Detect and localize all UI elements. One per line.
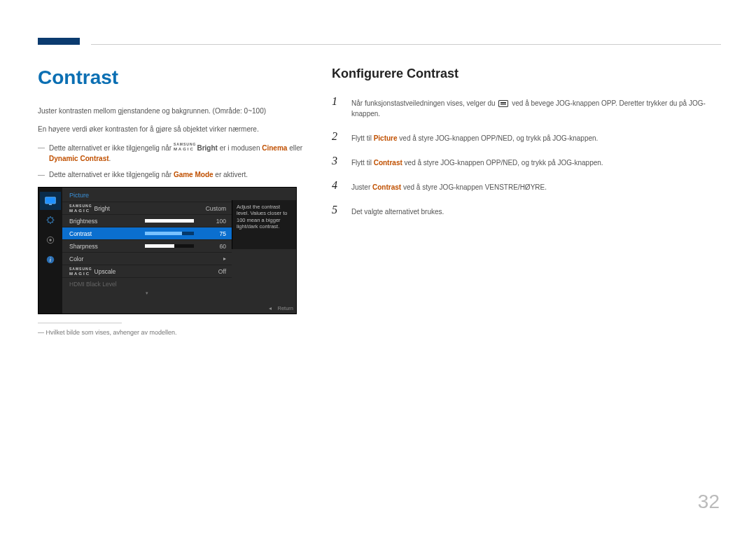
osd-sidebar: i — [38, 188, 62, 314]
svg-rect-0 — [46, 197, 56, 204]
osd-label: Upscale — [94, 268, 116, 275]
note-text: Dette alternativet er ikke tilgjengelig … — [49, 171, 174, 178]
osd-slider — [145, 232, 194, 235]
osd-tooltip: Adjust the contrast level. Values closer… — [232, 200, 296, 249]
osd-footer: ◂ Return — [269, 305, 293, 311]
step-keyword: Contrast — [374, 159, 402, 167]
osd-row-contrast: Contrast 75 — [62, 227, 232, 239]
footnote-text: Hvilket bilde som vises, avhenger av mod… — [46, 329, 177, 336]
osd-row-brightness: Brightness 100 — [62, 214, 232, 227]
osd-value: 100 — [198, 218, 226, 225]
osd-value: 60 — [198, 243, 226, 250]
note-text: Dette alternativet er ikke tilgjengelig … — [49, 144, 174, 152]
step-number: 4 — [332, 179, 342, 192]
osd-value: Custom — [184, 205, 226, 212]
intro-line-1: Juster kontrasten mellom gjenstandene og… — [38, 106, 304, 117]
step-text: Flytt til — [351, 134, 374, 142]
dash-icon: ― — [38, 169, 45, 180]
note-text: er aktivert. — [214, 171, 248, 178]
osd-label: Bright — [94, 205, 110, 212]
samsung-magic-logo: SAMSUNGMAGIC — [69, 204, 92, 213]
osd-slider — [145, 219, 194, 223]
step-text: Det valgte alternativet brukes. — [351, 204, 444, 217]
section-title: Konfigurere Contrast — [332, 66, 721, 81]
note-1: ― Dette alternativet er ikke tilgjengeli… — [38, 142, 304, 164]
step-number: 5 — [332, 204, 342, 217]
dash-icon: ― — [38, 329, 44, 336]
note-text: er i modusen — [218, 144, 262, 152]
step-number: 3 — [332, 155, 342, 168]
osd-icon-picture — [40, 192, 61, 210]
note-text: . — [109, 155, 111, 162]
step-text: ved å styre JOG-knappen VENSTRE/HØYRE. — [401, 183, 547, 191]
osd-row-magic-upscale: SAMSUNGMAGICUpscale Off — [62, 265, 232, 277]
osd-row-hdmi-black: HDMI Black Level — [62, 277, 232, 290]
intro-line-2: En høyere verdi øker kontrasten for å gj… — [38, 124, 304, 135]
step-3: 3 Flytt til Contrast ved å styre JOG-kna… — [332, 155, 721, 168]
osd-value: 75 — [198, 230, 226, 237]
osd-label: Contrast — [69, 230, 141, 237]
note-dynamic-contrast: Dynamic Contrast — [49, 155, 109, 162]
step-number: 2 — [332, 130, 342, 143]
osd-return-label: Return — [277, 305, 293, 311]
chevron-right-icon: ▸ — [198, 255, 226, 262]
osd-label: HDMI Black Level — [69, 281, 198, 288]
header-rule — [91, 44, 721, 45]
footnote-rule — [38, 323, 122, 323]
osd-row-color: Color ▸ — [62, 252, 232, 265]
menu-icon — [498, 100, 508, 107]
osd-screenshot: i Picture SAMSUNGMAGICBright Custom Brig… — [38, 187, 297, 314]
svg-point-3 — [49, 239, 52, 241]
osd-label: Sharpness — [69, 243, 141, 250]
osd-icon-info: i — [40, 251, 61, 269]
note-cinema: Cinema — [262, 144, 287, 152]
step-5: 5 Det valgte alternativet brukes. — [332, 204, 721, 217]
page-number: 32 — [698, 491, 720, 513]
step-text: ved å styre JOG-knappen OPP/NED, og tryk… — [398, 134, 598, 142]
note-2: ― Dette alternativet er ikke tilgjengeli… — [38, 169, 304, 180]
note-text: eller — [287, 144, 302, 152]
footnote: ― Hvilket bilde som vises, avhenger av m… — [38, 329, 304, 336]
step-2: 2 Flytt til Picture ved å styre JOG-knap… — [332, 130, 721, 143]
note-game-mode: Game Mode — [174, 171, 214, 178]
page-title: Contrast — [38, 66, 304, 89]
step-1: 1 Når funksjonstastveiledningen vises, v… — [332, 95, 721, 119]
dash-icon: ― — [38, 142, 45, 164]
chapter-mark — [38, 38, 80, 45]
osd-label: Brightness — [69, 218, 141, 225]
osd-row-sharpness: Sharpness 60 — [62, 239, 232, 252]
chevron-down-icon: ▾ — [62, 290, 232, 296]
svg-rect-1 — [49, 204, 52, 205]
osd-slider — [145, 244, 194, 248]
osd-label: Color — [69, 255, 198, 262]
samsung-magic-logo: SAMSUNGMAGIC — [174, 142, 197, 152]
osd-icon-options — [40, 211, 61, 230]
step-text: Når funksjonstastveiledningen vises, vel… — [351, 99, 497, 107]
osd-title: Picture — [62, 188, 296, 202]
osd-value: Off — [198, 268, 226, 275]
step-keyword: Contrast — [372, 183, 401, 191]
step-text: ved å styre JOG-knappen OPP/NED, og tryk… — [402, 159, 603, 167]
chevron-left-icon: ◂ — [269, 305, 272, 311]
step-number: 1 — [332, 95, 342, 119]
samsung-magic-logo: SAMSUNGMAGIC — [69, 267, 92, 276]
note-bright: Bright — [197, 144, 217, 152]
step-4: 4 Juster Contrast ved å styre JOG-knappe… — [332, 179, 721, 192]
step-keyword: Picture — [374, 134, 398, 142]
step-text: Juster — [351, 183, 372, 191]
osd-row-magic-bright: SAMSUNGMAGICBright Custom — [62, 202, 232, 214]
osd-icon-settings — [40, 231, 61, 249]
step-text: Flytt til — [351, 159, 374, 167]
